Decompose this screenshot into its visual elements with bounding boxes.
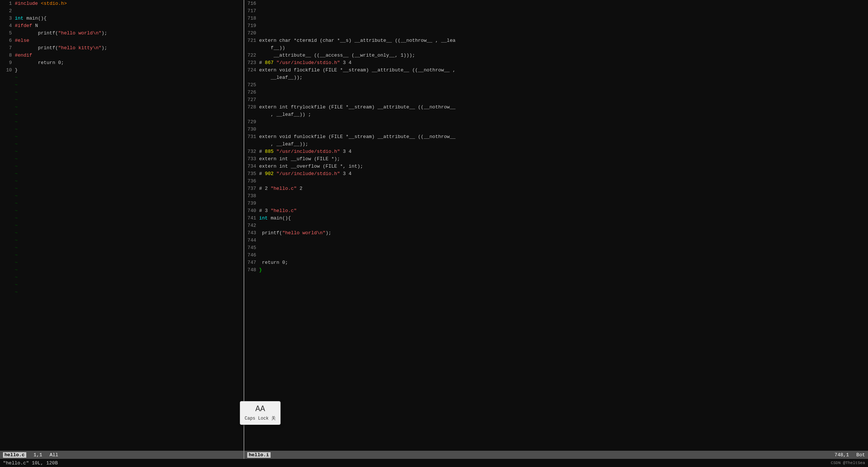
r-line-729: 729 xyxy=(244,118,868,126)
line-content-1: #include <stdio.h> xyxy=(15,0,244,7)
caps-lock-icon: AA xyxy=(255,404,265,414)
line-num-10: 10 xyxy=(0,67,15,74)
bottom-bar: "hello.c" 10L, 120B CSDN @TheltSea xyxy=(0,459,868,467)
line-num-3: 3 xyxy=(0,15,15,22)
right-pos: 748,1 xyxy=(835,452,849,458)
tilde-19: ~ xyxy=(0,207,244,215)
r-line-725: 725 xyxy=(244,81,868,89)
tilde-14: ~ xyxy=(0,170,244,178)
tilde-8: ~ xyxy=(0,126,244,133)
r-line-745: 745 xyxy=(244,244,868,252)
r-line-735: 735 # 902 "/usr/include/stdio.h" 3 4 xyxy=(244,170,868,178)
left-code-area[interactable]: 1 #include <stdio.h> 2 3 int main(){ 4 #… xyxy=(0,0,244,451)
r-line-717: 717 xyxy=(244,7,868,15)
line-content-4: #ifdef N xyxy=(15,22,244,30)
code-line-6: 6 #else xyxy=(0,37,244,44)
branding: CSDN @TheltSea xyxy=(831,461,865,465)
r-line-723: 723 # 867 "/usr/include/stdio.h" 3 4 xyxy=(244,59,868,67)
tilde-25: ~ xyxy=(0,252,244,259)
r-line-748: 748 } xyxy=(244,266,868,274)
r-line-720: 720 xyxy=(244,30,868,37)
line-num-4: 4 xyxy=(0,22,15,30)
line-content-6: #else xyxy=(15,37,244,44)
r-line-732: 732 # 885 "/usr/include/stdio.h" 3 4 xyxy=(244,148,868,155)
line-num-5: 5 xyxy=(0,30,15,37)
r-line-730: 730 xyxy=(244,126,868,133)
tilde-22: ~ xyxy=(0,229,244,237)
r-line-726: 726 xyxy=(244,89,868,96)
r-line-716: 716 xyxy=(244,0,868,7)
right-pane: 716 717 718 719 720 721 extern char * xyxy=(244,0,868,451)
line-content-10: } xyxy=(15,67,244,74)
code-line-8: 8 #endif xyxy=(0,52,244,59)
r-line-718: 718 xyxy=(244,15,868,22)
r-line-740: 740 # 3 "hello.c" xyxy=(244,207,868,215)
line-num-7: 7 xyxy=(0,44,15,52)
code-line-4: 4 #ifdef N xyxy=(0,22,244,30)
tilde-2: ~ xyxy=(0,81,244,89)
tilde-11: ~ xyxy=(0,148,244,155)
r-line-734: 734 extern int __overflow (FILE *, int); xyxy=(244,163,868,170)
line-num-8: 8 xyxy=(0,52,15,59)
tilde-4: ~ xyxy=(0,96,244,104)
editor-container: 1 #include <stdio.h> 2 3 int main(){ 4 #… xyxy=(0,0,868,451)
r-line-738: 738 xyxy=(244,192,868,200)
tilde-12: ~ xyxy=(0,155,244,163)
r-line-747: 747 return 0; xyxy=(244,259,868,266)
code-line-10: 10 } xyxy=(0,67,244,74)
r-line-743: 743 printf("hello world\n"); xyxy=(244,229,868,237)
left-pane: 1 #include <stdio.h> 2 3 int main(){ 4 #… xyxy=(0,0,244,451)
tilde-3: ~ xyxy=(0,89,244,96)
tilde-28: ~ xyxy=(0,274,244,281)
tilde-13: ~ xyxy=(0,163,244,170)
tilde-5: ~ xyxy=(0,104,244,111)
tilde-15: ~ xyxy=(0,178,244,185)
r-line-727: 727 xyxy=(244,96,868,104)
tilde-26: ~ xyxy=(0,259,244,266)
left-status-bar: hello.c 1,1 All xyxy=(0,451,244,459)
right-filename: hello.i xyxy=(247,452,271,458)
bottom-message: "hello.c" 10L, 120B xyxy=(3,460,58,466)
r-line-739: 739 xyxy=(244,200,868,207)
code-line-2: 2 xyxy=(0,7,244,15)
code-line-5: 5 printf("hello world\n"); xyxy=(0,30,244,37)
tilde-18: ~ xyxy=(0,200,244,207)
line-num-6: 6 xyxy=(0,37,15,44)
tilde-30: ~ xyxy=(0,289,244,296)
r-line-733: 733 extern int __uflow (FILE *); xyxy=(244,155,868,163)
left-view: All xyxy=(50,452,58,458)
tilde-29: ~ xyxy=(0,281,244,289)
line-content-8: #endif xyxy=(15,52,244,59)
left-pos: 1,1 xyxy=(34,452,42,458)
line-content-7: printf("hello kitty\n"); xyxy=(15,44,244,52)
line-num-1: 1 xyxy=(0,0,15,7)
r-line-742: 742 xyxy=(244,222,868,229)
left-filename: hello.c xyxy=(3,452,26,458)
tilde-17: ~ xyxy=(0,192,244,200)
right-code-area[interactable]: 716 717 718 719 720 721 extern char * xyxy=(244,0,868,451)
line-content-5: printf("hello world\n"); xyxy=(15,30,244,37)
tilde-27: ~ xyxy=(0,266,244,274)
tilde-16: ~ xyxy=(0,185,244,192)
code-line-1: 1 #include <stdio.h> xyxy=(0,0,244,7)
tilde-21: ~ xyxy=(0,222,244,229)
r-line-744: 744 xyxy=(244,237,868,244)
tilde-6: ~ xyxy=(0,111,244,118)
tilde-20: ~ xyxy=(0,215,244,222)
r-line-721: 721 extern char *ctermid (char *__s) __a… xyxy=(244,37,868,52)
r-line-736: 736 xyxy=(244,178,868,185)
r-line-724: 724 extern void flockfile (FILE *__strea… xyxy=(244,67,868,81)
line-num-9: 9 xyxy=(0,59,15,67)
line-content-3: int main(){ xyxy=(15,15,244,22)
r-line-746: 746 xyxy=(244,252,868,259)
r-line-737: 737 # 2 "hello.c" 2 xyxy=(244,185,868,192)
right-view: Bot xyxy=(857,452,865,458)
tilde-1: ~ xyxy=(0,74,244,81)
line-content-9: return 0; xyxy=(15,59,244,67)
r-line-722: 722 __attribute__ ((__access__ (__write_… xyxy=(244,52,868,59)
right-status-bar: hello.i 748,1 Bot xyxy=(244,451,868,459)
r-line-741: 741 int main(){ xyxy=(244,215,868,222)
tilde-24: ~ xyxy=(0,244,244,252)
caps-lock-tooltip: AA Caps Lock 关 xyxy=(240,401,281,425)
r-line-719: 719 xyxy=(244,22,868,30)
